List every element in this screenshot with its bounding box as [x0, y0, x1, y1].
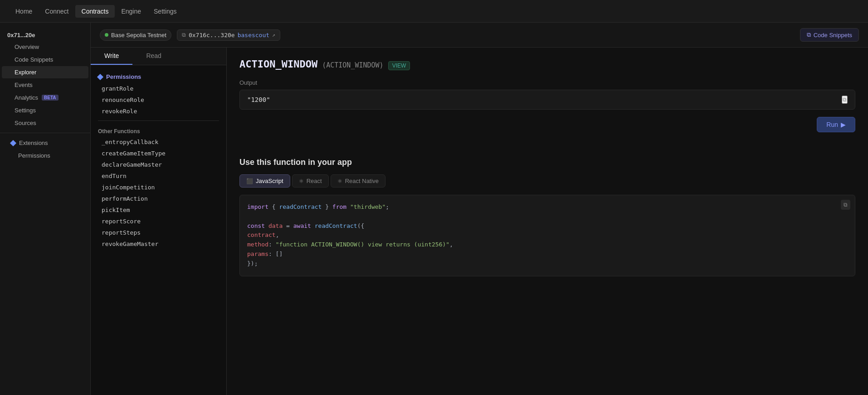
explorer-label: Explorer [15, 69, 36, 76]
lang-tab-javascript[interactable]: ⬛ JavaScript [239, 174, 290, 188]
output-value: "1200" [247, 96, 270, 103]
code-snippets-btn-icon: ⧉ [807, 31, 811, 39]
tab-panel: Write Read Permissions grantRole renounc… [91, 48, 868, 395]
run-icon: ▶ [841, 121, 846, 128]
fn-renounce-role[interactable]: renounceRole [91, 94, 226, 106]
run-button[interactable]: Run ▶ [817, 117, 855, 132]
network-label: Base Sepolia Testnet [111, 32, 166, 39]
contract-header: Base Sepolia Testnet ⧉ 0x716c...320e bas… [91, 23, 868, 48]
code-copy-button[interactable]: ⧉ [841, 200, 850, 210]
fn-revoke-game-master[interactable]: revokeGameMaster [91, 238, 226, 250]
use-in-app-title: Use this function in your app [239, 158, 855, 167]
fn-report-score[interactable]: reportScore [91, 216, 226, 227]
nav-item-engine[interactable]: Engine [115, 5, 147, 18]
nav-item-home[interactable]: Home [9, 5, 39, 18]
other-functions-label: Other Functions [91, 125, 226, 136]
fn-revoke-role[interactable]: revokeRole [91, 106, 226, 117]
functions-panel: Write Read Permissions grantRole renounc… [91, 48, 227, 395]
code-line-params: params: [] [247, 250, 848, 259]
sidebar-item-settings[interactable]: Settings [2, 104, 88, 116]
react-native-icon: ⚛ [337, 178, 342, 184]
fn-grant-role[interactable]: grantRole [91, 83, 226, 94]
top-nav: Home Connect Contracts Engine Settings [0, 0, 868, 23]
function-name: ACTION_WINDOW [239, 58, 317, 70]
tab-read[interactable]: Read [132, 48, 175, 65]
fn-report-steps[interactable]: reportSteps [91, 227, 226, 238]
extensions-label: Extensions [19, 140, 48, 146]
sidebar-divider [0, 133, 90, 133]
function-divider [98, 120, 219, 121]
code-block: ⧉ import { readContract } from "thirdweb… [239, 195, 855, 276]
function-sig: (ACTION_WINDOW) [322, 61, 383, 69]
react-icon: ⚛ [299, 178, 304, 184]
lang-tab-react-native[interactable]: ⚛ React Native [331, 174, 385, 188]
sidebar-item-extensions[interactable]: Extensions [2, 137, 88, 149]
code-line-method: method: "function ACTION_WINDOW() view r… [247, 240, 848, 250]
code-snippets-label: Code Snippets [15, 56, 53, 63]
code-line-const: const data = await readContract({ [247, 222, 848, 231]
output-label: Output [239, 79, 855, 86]
events-label: Events [15, 82, 33, 88]
sources-label: Sources [15, 120, 36, 126]
js-icon: ⬛ [246, 178, 253, 184]
address-text: 0x716c...320e [189, 32, 235, 39]
permissions-diamond-icon [97, 73, 103, 80]
external-link-icon[interactable]: ↗ [272, 32, 275, 38]
diamond-icon [10, 140, 16, 146]
js-label: JavaScript [256, 178, 283, 184]
functions-list: Permissions grantRole renounceRole revok… [91, 65, 226, 395]
fn-end-turn[interactable]: endTurn [91, 170, 226, 182]
fn-declare-game-master[interactable]: declareGameMaster [91, 159, 226, 170]
overview-label: Overview [15, 43, 39, 50]
analytics-beta-badge: BETA [42, 95, 58, 101]
copy-icon-small[interactable]: ⧉ [182, 32, 186, 38]
permissions-label: Permissions [18, 152, 50, 159]
sidebar-item-explorer[interactable]: Explorer [2, 66, 88, 78]
view-badge: VIEW [388, 61, 410, 70]
tab-bar: Write Read [91, 48, 226, 65]
sidebar-item-permissions[interactable]: Permissions [2, 149, 88, 162]
code-snippets-btn-label: Code Snippets [814, 32, 852, 39]
fn-entropy-callback[interactable]: _entropyCallback [91, 136, 226, 148]
code-line-contract: contract, [247, 231, 848, 240]
lang-tabs: ⬛ JavaScript ⚛ React ⚛ React Native [239, 174, 855, 188]
sidebar-item-code-snippets[interactable]: Code Snippets [2, 53, 88, 66]
permissions-section-label: Permissions [106, 73, 141, 80]
basescout-link[interactable]: basescout [238, 32, 269, 39]
nav-item-contracts[interactable]: Contracts [75, 5, 115, 18]
output-copy-button[interactable]: ⧉ [842, 96, 848, 104]
address-badge: ⧉ 0x716c...320e basescout ↗ [177, 29, 280, 41]
content-area: Base Sepolia Testnet ⧉ 0x716c...320e bas… [91, 23, 868, 395]
sidebar: 0x71...20e Overview Code Snippets Explor… [0, 23, 91, 395]
contract-id: 0x71...20e [0, 28, 90, 40]
settings-label: Settings [15, 107, 36, 114]
fn-perform-action[interactable]: performAction [91, 193, 226, 204]
sidebar-item-sources[interactable]: Sources [2, 117, 88, 129]
function-title: ACTION_WINDOW (ACTION_WINDOW) VIEW [239, 58, 855, 70]
code-line-import: import { readContract } from "thirdweb"; [247, 202, 848, 212]
analytics-label: Analytics [15, 94, 38, 101]
fn-pick-item[interactable]: pickItem [91, 204, 226, 216]
sidebar-item-analytics[interactable]: Analytics BETA [2, 92, 88, 104]
permissions-section-header: Permissions [91, 69, 226, 83]
nav-item-connect[interactable]: Connect [39, 5, 75, 18]
fn-create-game-item-type[interactable]: createGameItemType [91, 148, 226, 159]
code-line-close: }); [247, 259, 848, 269]
nav-item-settings[interactable]: Settings [147, 5, 183, 18]
sidebar-item-overview[interactable]: Overview [2, 41, 88, 53]
run-label: Run [826, 121, 838, 128]
tab-write[interactable]: Write [91, 48, 132, 65]
lang-tab-react[interactable]: ⚛ React [292, 174, 329, 188]
fn-join-competition[interactable]: joinCompetition [91, 182, 226, 193]
code-line-blank [247, 212, 848, 222]
main-layout: 0x71...20e Overview Code Snippets Explor… [0, 23, 868, 395]
right-panel: ACTION_WINDOW (ACTION_WINDOW) VIEW Outpu… [227, 48, 868, 395]
react-native-label: React Native [345, 178, 379, 184]
output-box: "1200" ⧉ [239, 90, 855, 110]
network-badge: Base Sepolia Testnet [100, 29, 171, 41]
react-label: React [307, 178, 322, 184]
network-dot [105, 33, 108, 37]
sidebar-item-events[interactable]: Events [2, 79, 88, 91]
code-snippets-button[interactable]: ⧉ Code Snippets [800, 28, 859, 42]
